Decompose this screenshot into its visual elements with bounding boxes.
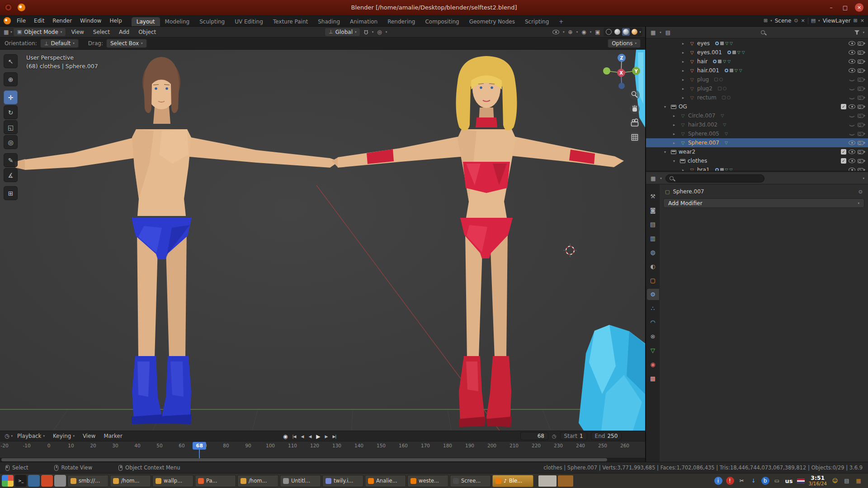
proportional-dropdown-icon[interactable]: ▾ [386, 30, 387, 34]
taskbar-window-analie[interactable]: Analie... [365, 475, 406, 487]
outliner-item-sphere-007[interactable]: ▸▽Sphere.007▽ [646, 138, 868, 147]
keyboard-flag-icon[interactable] [797, 479, 805, 483]
taskbar-window-wallp[interactable]: wallp... [152, 475, 193, 487]
visibility-eye-icon[interactable] [849, 132, 855, 136]
expand-icon[interactable]: ▸ [682, 96, 687, 100]
render-visibility-icon[interactable] [858, 105, 863, 109]
tray-download-icon[interactable]: ↓ [750, 477, 758, 485]
play-button[interactable]: ▶ [316, 433, 320, 440]
render-visibility-icon[interactable] [858, 42, 863, 46]
expand-icon[interactable]: ▸ [673, 114, 678, 118]
workspace-tab-rendering[interactable]: Rendering [382, 17, 420, 26]
properties-tab-constraints[interactable]: ⊗ [647, 331, 659, 342]
render-visibility-icon[interactable] [858, 132, 863, 136]
outliner-item-eyes-001[interactable]: ▸▽eyes.001▽▽ [646, 48, 868, 57]
taskbar-window-scree[interactable]: Scree... [450, 475, 491, 487]
properties-tab-particles[interactable]: ∴ [647, 303, 659, 314]
xray-toggle[interactable]: ▣ [594, 29, 601, 35]
menu-object[interactable]: Object [134, 27, 160, 37]
timeline-menu-marker[interactable]: Marker [100, 433, 126, 439]
render-visibility-icon[interactable] [858, 114, 863, 118]
editor-type-caret-icon[interactable]: ▾ [10, 30, 12, 34]
exclude-checkbox[interactable]: ✓ [841, 158, 846, 164]
start-frame-field[interactable]: Start1 [560, 432, 587, 440]
viewlayer-browse-icon[interactable]: ▤ [811, 18, 816, 23]
menu-view[interactable]: View [67, 27, 88, 37]
visibility-eye-icon[interactable] [849, 50, 855, 55]
visibility-eye-icon[interactable] [849, 114, 855, 117]
jump-to-start-button[interactable]: |◀ [292, 434, 296, 439]
timeline-editor-icon[interactable]: ◷ [4, 433, 10, 439]
breadcrumb-object-name[interactable]: Sphere.007 [673, 188, 704, 195]
visibility-eye-icon[interactable] [849, 68, 855, 73]
next-keyframe-button[interactable]: ▶ [325, 434, 328, 439]
menu-render[interactable]: Render [48, 15, 76, 26]
shading-wireframe-button[interactable] [605, 28, 613, 36]
grid-ortho-button[interactable] [630, 132, 640, 142]
expand-icon[interactable]: ▸ [682, 51, 687, 55]
launcher-file-manager[interactable] [28, 475, 40, 487]
add-modifier-button[interactable]: Add Modifier ▾ [663, 198, 864, 208]
menu-window[interactable]: Window [76, 15, 105, 26]
current-frame-field[interactable]: 68 [520, 432, 548, 440]
overlays-dropdown-icon[interactable]: ▾ [590, 30, 592, 34]
render-visibility-icon[interactable] [858, 78, 863, 82]
filter-caret-icon[interactable]: ▾ [863, 31, 864, 34]
female-character[interactable] [332, 56, 624, 427]
properties-tab-render[interactable]: ◙ [647, 205, 659, 216]
proportional-edit-icon[interactable]: ◎ [376, 29, 382, 35]
measure-tool-button[interactable]: ∡ [4, 168, 18, 182]
scale-tool-button[interactable]: ◱ [4, 120, 18, 134]
axis-negz-ball[interactable] [618, 83, 625, 89]
render-visibility-icon[interactable] [858, 96, 863, 100]
render-visibility-icon[interactable] [858, 168, 863, 171]
workspace-tab-uv-editing[interactable]: UV Editing [230, 17, 268, 26]
properties-editor-caret-icon[interactable]: ▾ [660, 177, 662, 180]
render-visibility-icon[interactable] [858, 87, 863, 91]
expand-icon[interactable]: ▸ [682, 42, 687, 46]
tray-clipboard-icon[interactable]: ✂ [738, 477, 746, 485]
scene-close-icon[interactable]: × [801, 18, 805, 23]
outliner-item-hair-001[interactable]: ▸▽hair.001▽▽ [646, 66, 868, 75]
options-dropdown[interactable]: Options ▾ [608, 39, 641, 48]
taskbar-window-weste[interactable]: weste... [407, 475, 448, 487]
taskbar-window-hom[interactable]: /hom... [237, 475, 278, 487]
workspace-tab-scripting[interactable]: Scripting [520, 17, 554, 26]
menu-file[interactable]: File [13, 15, 30, 26]
select-box-tool-button[interactable]: ↖ [4, 54, 18, 68]
annotate-tool-button[interactable]: ✎ [4, 153, 18, 167]
outliner-item-rectum[interactable]: ▸▽rectum [646, 93, 868, 102]
viewlayer-dropdown-icon[interactable]: ▾ [818, 19, 820, 23]
search-icon[interactable] [761, 30, 765, 34]
outliner-item-og[interactable]: ▾OG✓ [646, 102, 868, 111]
shading-material-button[interactable] [622, 28, 630, 36]
transform-tool-button[interactable]: ◎ [4, 135, 18, 149]
camera-view-button[interactable] [630, 118, 640, 128]
maximize-button[interactable]: □ [841, 3, 849, 12]
render-visibility-icon[interactable] [858, 150, 863, 154]
properties-tab-object[interactable]: ▢ [647, 275, 659, 286]
exclude-checkbox[interactable]: ✓ [841, 149, 846, 155]
visibility-eye-icon[interactable] [849, 104, 855, 109]
timeline-menu-view[interactable]: View [79, 433, 99, 439]
outliner-item-clothes[interactable]: ▾clothes✓ [646, 156, 868, 165]
properties-tab-scene[interactable]: ◍ [647, 247, 659, 258]
outliner-display-mode-icon[interactable]: ▤ [665, 29, 671, 36]
transform-orientation-dropdown[interactable]: ⊥ Global ▾ [325, 28, 360, 37]
expand-icon[interactable]: ▸ [682, 60, 687, 64]
male-character[interactable] [14, 57, 339, 424]
launcher-terminal[interactable]: >_ [15, 475, 27, 487]
viewlayer-new-icon[interactable]: ⊞ [854, 18, 858, 23]
workspace-tab-geometry-nodes[interactable]: Geometry Nodes [464, 17, 520, 26]
viewport-3d[interactable]: Z X Y [0, 50, 645, 431]
outliner-item-plug2[interactable]: ▸▽plug2 [646, 84, 868, 93]
outliner-item-wear2[interactable]: ▾wear2✓ [646, 147, 868, 156]
scene-dropdown-icon[interactable]: ▾ [770, 19, 772, 23]
tray-info-icon[interactable]: i [714, 477, 722, 485]
expand-icon[interactable]: ▸ [682, 168, 687, 171]
play-reverse-button[interactable]: ◀ [308, 434, 311, 439]
tray-bluetooth-icon[interactable]: b [761, 477, 769, 485]
timeline-scrollbar[interactable] [0, 458, 645, 462]
shading-solid-button[interactable] [613, 28, 621, 36]
workspace-tab-animation[interactable]: Animation [345, 17, 382, 26]
